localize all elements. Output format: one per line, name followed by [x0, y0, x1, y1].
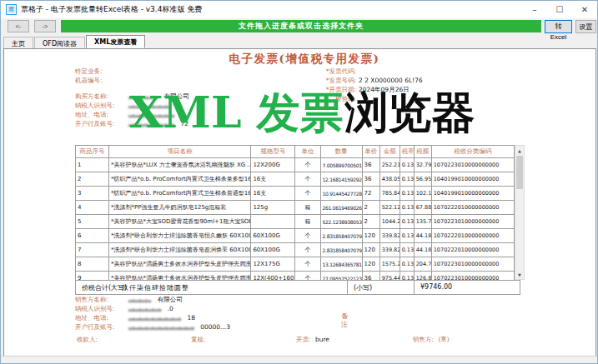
seller-address-label: 地址、电话:	[75, 314, 123, 322]
tab-ofd-reader[interactable]: OFD阅读器	[34, 37, 85, 48]
special-business-label: 特定业务:	[75, 67, 103, 76]
minimize-icon[interactable]: –	[522, 1, 547, 18]
table-cell: 个	[295, 187, 320, 201]
maximize-icon[interactable]: ☐	[547, 1, 572, 18]
table-cell: 13.1268436578171	[320, 257, 362, 272]
settings-button[interactable]: 设置	[575, 20, 596, 33]
table-cell: 44.18	[414, 229, 431, 243]
table-cell: 2	[362, 215, 379, 229]
title-bar: 票 票格子 - 电子发票批量转Excel表格 - v3.4标准版 免费 – ☐ …	[1, 1, 597, 18]
progress-bar[interactable]: 文件拖入进度条或双击选择文件夹	[61, 20, 541, 32]
table-cell: 1070223010000000000	[431, 272, 514, 281]
table-cell: 0.13	[400, 257, 414, 272]
table-cell: 975.44	[379, 272, 400, 281]
buyer-name-label: 购买方名称:	[75, 92, 123, 101]
invoice-date-label: *开票日期:	[314, 86, 356, 94]
table-row[interactable]: 4*洗涤剂*PP强生婴儿牛奶润肤皂125g混箱装125g箱261.0619469…	[76, 201, 515, 215]
table-row[interactable]: 8*美容护肤品*清扬男士多效水润养护型头皮护理去屑洗...12X175G个13.…	[76, 257, 515, 272]
table-cell: 72	[362, 187, 379, 201]
table-cell: 7	[76, 243, 109, 257]
close-icon[interactable]: ✕	[572, 1, 597, 18]
table-row[interactable]: 5*美容护肤品*大宝SOD蜜青花香型90ml+1瓶大宝SOD...箱522.12…	[76, 215, 515, 229]
table-cell: 1575.22	[379, 257, 400, 272]
forward-button[interactable]: ->	[34, 20, 56, 32]
table-row[interactable]: 9*美容护肤品*清扬男士多效水润养护型头皮护理去屑洗...12X(400+160…	[76, 272, 515, 281]
scroll-up-icon[interactable]: ▲	[515, 146, 524, 155]
seller-info-block: 销售方名称: ▄▅▄▅▄▅▄ 有限公司 纳税人识别号: ▄▅▄▅▄▅▄▅▄▅ .…	[75, 296, 230, 332]
table-cell: 个	[295, 172, 320, 187]
table-cell: 3	[76, 187, 109, 201]
table-cell: 8	[76, 257, 109, 272]
table-row[interactable]: 6*洗涤剂*联合利华力士排浊除菌香皂恒久嫩肤 60X100G60X100G个2.…	[76, 229, 515, 243]
table-cell: 个	[295, 257, 320, 272]
redacted-text: ▄▅▄▅▄▅▄▅▄▅▄▅▄▅▄▅	[128, 317, 181, 321]
table-cell: *洗涤剂*联合利华力士排浊除菌香皂恒久嫩肤 60X100G	[109, 229, 251, 243]
table-cell: 120	[362, 243, 379, 257]
table-cell: 箱	[295, 201, 320, 215]
redacted-text: ▄▅▄▅▄▅▄▅▄▅▄▅▄▅	[128, 122, 174, 127]
table-cell: 9	[76, 272, 109, 281]
table-cell: 56.95	[414, 172, 431, 187]
table-cell: 135.75	[414, 215, 431, 229]
tab-xml-invoice-view[interactable]: XML发票查看	[86, 35, 145, 48]
table-cell: 60X100G	[251, 229, 295, 243]
table-row[interactable]: 2*纺织产品*o.b. ProComfort内置式卫生棉条量多型16支16支个1…	[76, 172, 515, 187]
table-cell: 1070223010000000000	[431, 257, 514, 272]
buyer-address-visible: 5	[180, 111, 184, 118]
invoice-left-fields: 特定业务: 机器编号:	[75, 67, 105, 86]
table-cell: *纺织产品*o.b. ProComfort内置式卫生棉条普通型16支	[109, 187, 251, 201]
window-title: 票格子 - 电子发票批量转Excel表格 - v3.4标准版 免费	[21, 4, 202, 15]
redacted-text: ▄▅▄▅▄▅▄▅▄	[128, 95, 158, 99]
table-cell: 个	[295, 229, 320, 243]
table-cell: 5	[76, 215, 109, 229]
table-row[interactable]: 3*纺织产品*o.b. ProComfort内置式卫生棉条普通型16支16支个1…	[76, 187, 515, 201]
table-cell: 个	[295, 158, 320, 172]
column-header: 数量	[320, 146, 362, 158]
total-row: 价税合计(大写) 玖仟柒佰肆拾陆圆整 (小写) ¥9746.00	[75, 280, 520, 295]
table-cell: *洗涤剂*联合利华力士排浊除菌香皂盈润焕采 60X100G	[109, 243, 251, 257]
goods-table-wrap: 商品序号项目名称规格型号单位数量单价金额税率税额税收分类编码 1*美容护肤品*L…	[75, 145, 515, 280]
scroll-down-icon[interactable]: ▼	[515, 270, 524, 279]
total-divider	[414, 281, 415, 294]
reviewer-label: 复核:	[191, 336, 206, 343]
issuer-label: 开票:	[296, 336, 311, 343]
table-scrollbar[interactable]: ▲ ▼	[515, 145, 525, 280]
table-cell: 4	[76, 201, 109, 215]
window-controls: – ☐ ✕	[522, 1, 597, 18]
seller-name-visible: 有限公司	[158, 296, 183, 304]
scrollbar-thumb[interactable]	[516, 156, 523, 189]
redacted-text: ▄▅▄▅▄▅▄▅▄▅▄▅▄▅▄▅▄▅▄▅	[128, 326, 194, 330]
to-excel-button[interactable]: 转Excel	[545, 20, 572, 33]
buyer-address-label: 地址、电话:	[75, 111, 123, 119]
table-cell: 102.16	[414, 187, 431, 201]
seller-tax-id-visible: .0	[168, 305, 173, 312]
table-cell: 0.13	[400, 243, 414, 257]
total-amount: ¥9746.00	[420, 283, 452, 291]
table-row[interactable]: 1*美容护肤品*LUX 力士奢宠香氛沐浴乳幽莲魅肤 XG ...12X200G个…	[76, 158, 515, 172]
table-cell: 2.8318584070796	[320, 229, 362, 243]
back-button[interactable]: <-	[8, 20, 29, 32]
seller-tax-id-label: 纳税人识别号:	[75, 305, 123, 313]
invoice-footer: 收款人: 复核: 开票: bure 销售方: (章)	[4, 336, 596, 346]
table-cell: 16支	[251, 187, 295, 201]
invoice-number-label: *发票号码:	[314, 77, 356, 85]
table-cell: 339.82	[379, 243, 400, 257]
table-cell: 0.13	[400, 201, 414, 215]
table-cell: 1070222010000000000	[431, 243, 514, 257]
table-cell: *美容护肤品*清扬男士多效水润养护型头皮护理去屑洗...	[109, 272, 251, 281]
tab-home[interactable]: 主页	[3, 37, 33, 48]
table-cell: 1070223010000000000	[431, 215, 514, 229]
table-row[interactable]: 7*洗涤剂*联合利华力士排浊除菌香皂盈润焕采 60X100G60X100G个2.…	[76, 243, 515, 257]
invoice-title: 电子发票(增值税专用发票)	[213, 52, 396, 67]
total-small-label: (小写)	[354, 283, 372, 292]
buyer-bank-label: 开户行及账号:	[75, 120, 123, 128]
table-cell: 个	[295, 243, 320, 257]
invoice-right-fields: *发票代码: *发票号码: 2 2 X0000000 6L!76 *开票日期: …	[314, 67, 423, 104]
redacted-text: ▄▅▄▅▄▅▄	[128, 298, 152, 302]
seller-bank-visible: 00000...3	[200, 323, 230, 331]
table-cell: 1070222010000000000	[431, 201, 514, 215]
table-cell: 12.1681415929204	[320, 172, 362, 187]
table-cell: 522.1238938053096	[320, 215, 362, 229]
table-cell: 12X200G	[251, 158, 295, 172]
column-header: 金额	[379, 146, 400, 158]
